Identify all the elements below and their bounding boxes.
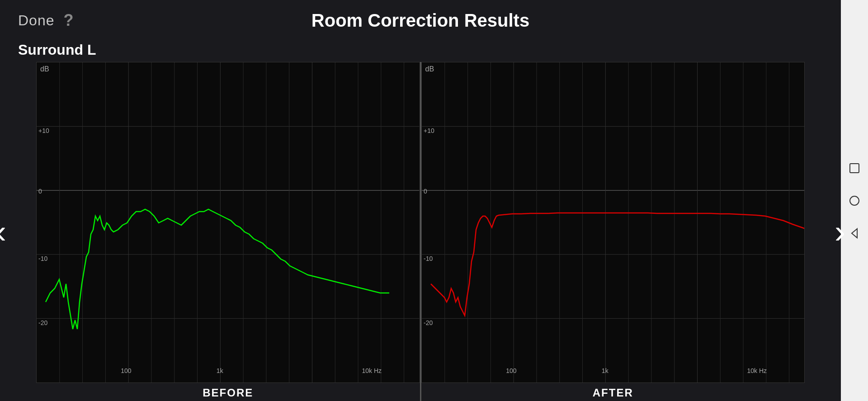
channel-label: Surround L [0, 37, 841, 62]
svg-text:0: 0 [38, 188, 42, 195]
before-curve [46, 209, 389, 329]
before-db-label: dB [40, 65, 49, 73]
before-chart-grid: +10 0 -10 -20 100 1k 10k Hz [37, 62, 420, 382]
circle-icon[interactable] [847, 193, 862, 208]
svg-text:-20: -20 [424, 319, 433, 326]
svg-rect-56 [850, 164, 859, 173]
svg-text:10k Hz: 10k Hz [747, 367, 767, 374]
svg-text:-20: -20 [38, 319, 47, 326]
after-label: AFTER [421, 383, 805, 401]
after-chart-grid: +10 0 -10 -20 100 1k 10k Hz [422, 62, 805, 382]
after-chart-wrapper: dB [421, 62, 805, 401]
help-icon[interactable]: ? [64, 11, 74, 30]
svg-text:-10: -10 [38, 255, 47, 262]
done-button[interactable]: Done [18, 12, 55, 29]
prev-arrow-button[interactable]: ‹ [0, 215, 6, 248]
svg-text:-10: -10 [424, 255, 433, 262]
before-chart-wrapper: dB [36, 62, 420, 401]
svg-text:+10: +10 [38, 127, 49, 134]
square-icon[interactable] [847, 161, 862, 175]
svg-point-57 [850, 196, 859, 205]
svg-text:100: 100 [121, 367, 132, 374]
svg-text:1k: 1k [217, 367, 224, 374]
after-curve [431, 213, 805, 316]
svg-marker-58 [852, 229, 857, 238]
svg-text:100: 100 [506, 367, 517, 374]
svg-text:0: 0 [424, 188, 427, 195]
svg-text:1k: 1k [601, 367, 609, 374]
sidebar-controls [841, 0, 868, 401]
main-content: Done ? Room Correction Results Surround … [0, 0, 841, 401]
before-chart: dB [36, 62, 420, 383]
page-title: Room Correction Results [311, 10, 529, 31]
after-chart: dB [421, 62, 805, 383]
after-db-label: dB [425, 65, 434, 73]
next-arrow-button[interactable]: › [835, 215, 845, 248]
header: Done ? Room Correction Results [0, 0, 841, 37]
svg-text:+10: +10 [424, 127, 434, 134]
back-icon[interactable] [847, 226, 862, 241]
svg-text:10k Hz: 10k Hz [362, 367, 382, 374]
before-label: BEFORE [36, 383, 420, 401]
